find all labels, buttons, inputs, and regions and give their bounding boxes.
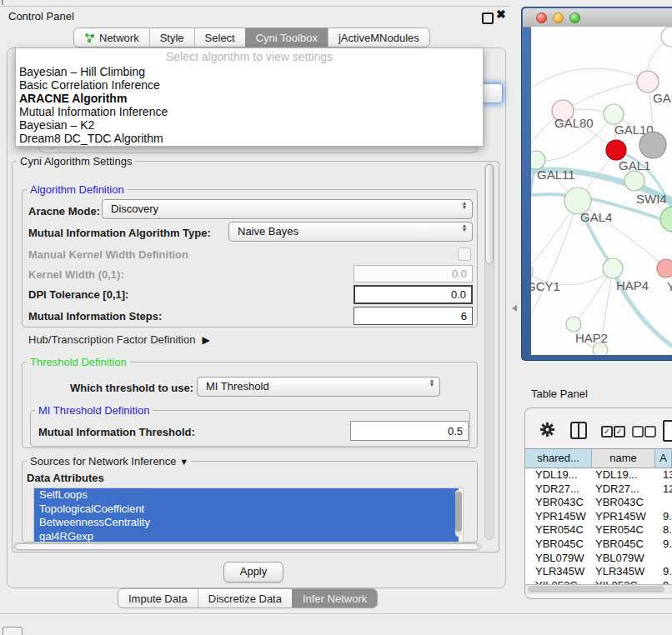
network-node-hap2[interactable] <box>566 317 581 332</box>
table-cell[interactable] <box>655 552 672 566</box>
table-cell[interactable]: YPR145W <box>525 510 592 524</box>
kernel-width-field: 0.0 <box>354 265 473 282</box>
table-row[interactable]: YLR345WYLR345W9. <box>525 565 672 579</box>
network-node-hap4[interactable] <box>603 258 623 278</box>
tab-style[interactable]: Style <box>149 28 194 47</box>
close-icon[interactable]: ✖ <box>496 8 506 21</box>
tab-network[interactable]: Network <box>74 28 149 47</box>
tab-infer-network[interactable]: Infer Network <box>292 589 377 608</box>
table-cell[interactable]: 9. <box>655 510 672 524</box>
table-cell[interactable]: 9. <box>655 538 672 552</box>
checked-checkbox-icon[interactable]: ✓ <box>601 426 613 438</box>
collapsed-panel-button[interactable] <box>3 627 23 635</box>
algorithm-option-mutual-information-inference[interactable]: Mutual Information Inference <box>16 105 483 118</box>
table-cell[interactable]: YDR27... <box>592 482 655 497</box>
sources-title-row[interactable]: Sources for Network Inference ▼ <box>27 455 192 468</box>
table-cell[interactable]: YBR045C <box>525 538 592 552</box>
table-cell[interactable]: YLR345W <box>592 565 655 579</box>
tab-impute-data[interactable]: Impute Data <box>118 589 198 608</box>
zoom-traffic-light[interactable] <box>569 12 580 23</box>
checked-checkbox-icon[interactable]: ✓ <box>614 426 625 438</box>
table-row[interactable]: YBR045CYBR045C9. <box>525 538 672 552</box>
table-cell[interactable]: 9. <box>655 565 672 579</box>
table-cell[interactable]: YBR043C <box>525 496 592 510</box>
hub-expander[interactable]: Hub/Transcription Factor Definition▶ <box>28 333 210 346</box>
which-threshold-label: Which threshold to use: <box>70 382 193 394</box>
gear-icon[interactable] <box>539 422 555 438</box>
column-header-shared[interactable]: shared... <box>525 449 592 468</box>
network-node-swi4[interactable] <box>624 171 644 191</box>
column-header-a[interactable]: A <box>655 449 672 468</box>
split-pane-collapse-icon[interactable] <box>512 305 517 312</box>
apply-button[interactable]: Apply <box>223 562 283 582</box>
network-node[interactable] <box>593 342 608 355</box>
aracne-mode-combo[interactable]: Discovery ▴▾ <box>102 199 473 219</box>
network-node-gal[interactable] <box>637 71 659 92</box>
table-cell[interactable]: YER054C <box>525 523 592 538</box>
unchecked-checkbox-icon[interactable] <box>644 426 656 438</box>
table-cell[interactable] <box>655 496 672 510</box>
table-cell[interactable]: YBR045C <box>592 538 655 552</box>
unchecked-checkbox-icon[interactable] <box>632 426 644 438</box>
network-node-gcy1[interactable] <box>531 262 533 281</box>
spinner-icon: ▴▾ <box>463 223 466 232</box>
float-window-icon[interactable] <box>482 12 494 24</box>
dpi-tolerance-field[interactable]: 0.0 <box>354 285 473 304</box>
hub-expander-label: Hub/Transcription Factor Definition <box>28 333 195 346</box>
network-edge[interactable] <box>531 201 578 320</box>
table-cell[interactable]: YER054C <box>592 523 655 538</box>
new-table-icon[interactable] <box>663 420 672 442</box>
table-cell[interactable]: YLR345W <box>525 565 592 579</box>
mi-algorithm-type-combo[interactable]: Naive Bayes ▴▾ <box>228 222 473 242</box>
close-traffic-light[interactable] <box>536 12 547 23</box>
algorithm-option-aracne-algorithm[interactable]: ARACNE Algorithm <box>16 92 483 105</box>
attribute-item-selfloops[interactable]: SelfLoops <box>34 488 459 502</box>
network-node[interactable] <box>639 132 666 158</box>
which-threshold-combo[interactable]: MI Threshold ▴▾ <box>197 377 440 397</box>
algorithm-option-bayesian-hill-climbing[interactable]: Bayesian – Hill Climbing <box>16 65 483 78</box>
mi-threshold-field[interactable]: 0.5 <box>350 421 469 441</box>
tab-select[interactable]: Select <box>194 28 245 47</box>
split-columns-icon[interactable] <box>570 422 587 439</box>
network-node-gal1[interactable] <box>606 140 626 160</box>
attribute-item-gal4rgexp[interactable]: gal4RGexp <box>34 530 459 543</box>
network-edge[interactable] <box>563 82 648 111</box>
attribute-item-betweennesscentrality[interactable]: BetweennessCentrality <box>34 516 459 530</box>
network-edge[interactable] <box>531 162 535 277</box>
minimize-traffic-light[interactable] <box>553 12 564 23</box>
table-cell[interactable]: 8. <box>655 523 672 538</box>
table-row[interactable]: YDL19...YDL19...13 <box>525 468 672 482</box>
tab-jactivemnodules[interactable]: jActiveMNodules <box>328 28 429 47</box>
network-node-gal10[interactable] <box>604 104 624 124</box>
table-cell[interactable]: YDL19... <box>592 468 655 482</box>
network-node-gal11[interactable] <box>531 151 545 169</box>
settings-horizontal-scrollbar-thumb[interactable] <box>15 543 479 550</box>
table-cell[interactable]: YBL079W <box>525 552 592 566</box>
table-horizontal-scrollbar-thumb[interactable] <box>528 586 664 592</box>
network-node-label: SWI4 <box>636 192 667 206</box>
table-cell[interactable]: YDR27... <box>525 482 592 497</box>
tab-discretize-data[interactable]: Discretize Data <box>198 589 292 608</box>
network-canvas[interactable]: GALGAL80GAL10GAL1GAL11SWI4GAL4GCY1HAP4YH… <box>531 27 672 355</box>
network-node-y[interactable] <box>657 259 672 278</box>
table-cell[interactable]: YPR145W <box>592 510 655 524</box>
table-row[interactable]: YBR043CYBR043C <box>525 496 672 510</box>
table-row[interactable]: YDR27...YDR27...12 <box>525 482 672 497</box>
settings-vertical-scrollbar-thumb[interactable] <box>485 164 494 264</box>
column-header-name[interactable]: name <box>592 449 655 468</box>
tab-cyni-toolbox[interactable]: Cyni Toolbox <box>245 28 328 47</box>
table-cell[interactable]: YBL079W <box>592 552 655 566</box>
table-cell[interactable]: 13 <box>655 468 672 482</box>
table-row[interactable]: YPR145WYPR145W9. <box>525 510 672 524</box>
mi-steps-field[interactable]: 6 <box>354 307 473 325</box>
attribute-item-topologicalcoefficient[interactable]: TopologicalCoefficient <box>34 502 459 517</box>
algorithm-option-basic-correlation-inference[interactable]: Basic Correlation Inference <box>16 78 483 92</box>
table-cell[interactable]: YBR043C <box>592 496 655 510</box>
table-cell[interactable]: YDL19... <box>525 468 592 482</box>
table-row[interactable]: YER054CYER054C8. <box>525 523 672 538</box>
algorithm-option-bayesian-k2[interactable]: Bayesian – K2 <box>16 118 483 132</box>
table-cell[interactable]: 12 <box>655 482 672 497</box>
algorithm-option-dream8-dc-tdc-algorithm[interactable]: Dream8 DC_TDC Algorithm <box>16 132 483 145</box>
table-row[interactable]: YBL079WYBL079W <box>525 552 672 566</box>
attributes-scrollbar-thumb[interactable] <box>455 492 462 532</box>
